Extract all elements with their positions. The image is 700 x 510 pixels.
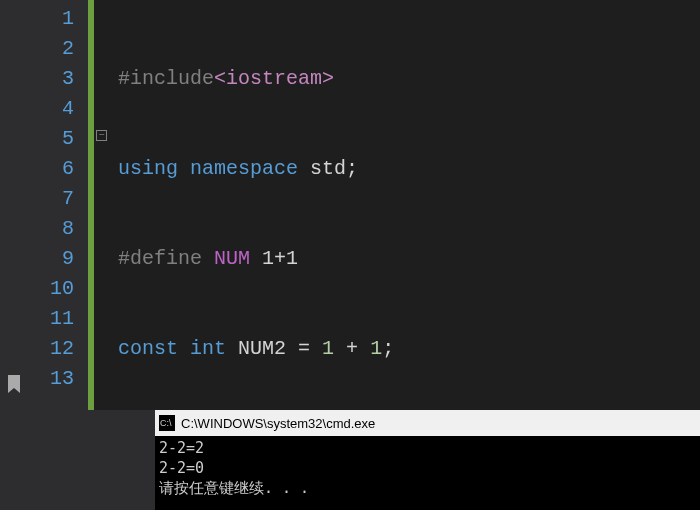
line-number: 3 [28, 64, 74, 94]
output-line: 请按任意键继续. . . [159, 479, 309, 497]
line-number: 8 [28, 214, 74, 244]
code-editor[interactable]: 1 2 3 4 5 6 7 8 9 10 11 12 13 − #include… [0, 0, 700, 410]
console-output[interactable]: 2-2=2 2-2=0 请按任意键继续. . . [155, 436, 700, 510]
line-number: 11 [28, 304, 74, 334]
code-line: const int NUM2 = 1 + 1; [118, 334, 700, 364]
code-line: using namespace std; [118, 154, 700, 184]
line-number: 1 [28, 4, 74, 34]
line-number: 10 [28, 274, 74, 304]
code-line: #include<iostream> [118, 64, 700, 94]
line-number: 13 [28, 364, 74, 394]
console-titlebar[interactable]: C:\ C:\WINDOWS\system32\cmd.exe [155, 410, 700, 436]
line-number-gutter: 1 2 3 4 5 6 7 8 9 10 11 12 13 [28, 0, 88, 410]
line-number: 4 [28, 94, 74, 124]
fold-toggle-icon[interactable]: − [96, 130, 107, 141]
line-number: 9 [28, 244, 74, 274]
line-number: 7 [28, 184, 74, 214]
console-title-text: C:\WINDOWS\system32\cmd.exe [181, 416, 375, 431]
icon-gutter [0, 0, 28, 410]
fold-gutter: − [94, 0, 112, 410]
bookmark-icon [6, 375, 22, 398]
line-number: 6 [28, 154, 74, 184]
line-number: 12 [28, 334, 74, 364]
code-area[interactable]: #include<iostream> using namespace std; … [112, 0, 700, 410]
cmd-icon: C:\ [159, 415, 175, 431]
output-line: 2-2=2 [159, 439, 204, 457]
code-line: #define NUM 1+1 [118, 244, 700, 274]
editor-margin-extension [0, 410, 155, 510]
line-number: 2 [28, 34, 74, 64]
line-number: 5 [28, 124, 74, 154]
console-window[interactable]: C:\ C:\WINDOWS\system32\cmd.exe 2-2=2 2-… [155, 410, 700, 510]
output-line: 2-2=0 [159, 459, 204, 477]
